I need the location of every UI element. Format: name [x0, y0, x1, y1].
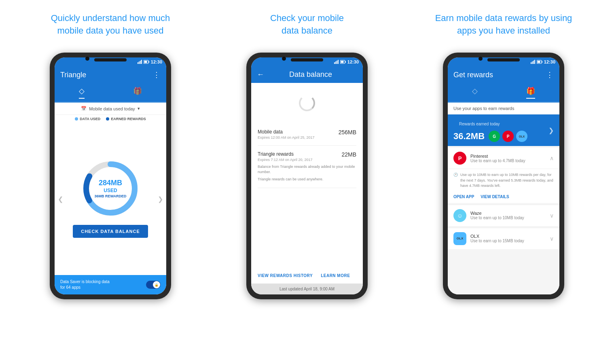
data-selector-1[interactable]: 📅 Mobile data used today ▾ [55, 103, 166, 115]
balance-item-row-triangle: Triangle rewards Expires 7:12 AM on Apri… [258, 151, 356, 162]
legend-data-used: DATA USED [75, 117, 100, 121]
waze-info: Waze Use to earn up to 10MB today [470, 211, 546, 220]
balance-note-1: Balance from Triangle rewards already ad… [258, 164, 356, 174]
phone-speaker-1 [94, 58, 127, 61]
status-icons-2 [334, 60, 346, 64]
legend-1: DATA USED EARNED REWARDS [55, 115, 166, 123]
pinterest-section: P Pinterest Use to earn up to 4.7MB toda… [448, 148, 559, 203]
svg-rect-10 [334, 62, 335, 64]
app-title-3: Get rewards [453, 71, 493, 79]
last-updated: Last updated April 18, 9:00 AM [251, 284, 363, 294]
rewards-pinterest-icon: P [502, 131, 514, 142]
rewards-olx-icon: OLX [516, 131, 527, 142]
olx-info: OLX Use to earn up to 15MB today [470, 234, 546, 243]
phone-screen-3: 12:30 Get rewards ⋮ ◇ 🎁 Use your apps to… [448, 57, 559, 294]
waze-expand-icon[interactable]: ∨ [550, 212, 554, 219]
svg-rect-23 [542, 61, 542, 63]
balance-label-triangle: Triangle rewards [258, 151, 313, 157]
view-rewards-history-link[interactable]: VIEW REWARDS HISTORY [258, 273, 313, 278]
phone3-content: Use your apps to earn rewards Rewards ea… [448, 103, 559, 294]
signal-icon-3 [531, 60, 536, 64]
menu-dots-3[interactable]: ⋮ [546, 70, 554, 79]
tab-diamond-3[interactable]: ◇ [472, 87, 478, 99]
svg-rect-12 [337, 61, 337, 64]
section-title-3: Earn mobile data rewards by using apps y… [435, 12, 572, 40]
loading-spinner [299, 95, 315, 111]
rewards-today-inner: Rewards earned today 36.2MB G P OLX ❯ [453, 119, 554, 142]
pinterest-detail-content: Use up to 10MB to earn up to 10MB reward… [460, 172, 554, 189]
donut-used-label: USED [94, 188, 126, 194]
donut-nav-left[interactable]: ❮ [58, 195, 63, 203]
calendar-icon-1: 📅 [81, 106, 87, 111]
rewards-grab-icon: G [489, 131, 500, 142]
phone-section-3: Earn mobile data rewards by using apps y… [411, 12, 597, 299]
phone-screen-2: 12:30 ← Data balance [251, 57, 363, 294]
olx-icon-text: OLX [457, 237, 463, 240]
menu-dots-1[interactable]: ⋮ [153, 70, 161, 79]
svg-rect-1 [139, 61, 140, 64]
pinterest-info: Pinterest Use to earn up to 4.7MB today [470, 154, 546, 163]
status-time-3: 12:30 [544, 59, 555, 64]
rewards-today-label: Rewards earned today [459, 122, 500, 126]
tab-gift-1[interactable]: 🎁 [133, 87, 142, 99]
tab-diamond-1[interactable]: ◇ [79, 87, 85, 99]
svg-rect-19 [533, 61, 534, 64]
battery-icon-2 [340, 60, 346, 64]
bottom-bar-1: Data Saver is blocking data for 64 apps … [55, 275, 166, 294]
back-button-2[interactable]: ← [257, 70, 264, 79]
svg-rect-6 [148, 61, 149, 63]
svg-rect-13 [338, 60, 339, 64]
app-title-1: Triangle [60, 71, 86, 79]
tab-bar-3: ◇ 🎁 [448, 83, 559, 103]
status-icons-1 [138, 60, 149, 64]
rewards-app-icons: G P OLX [489, 131, 527, 142]
phone-speaker-3 [487, 58, 520, 61]
svg-rect-3 [141, 60, 142, 64]
legend-dot-used [75, 117, 78, 121]
balance-amount-triangle: 22MB [341, 151, 356, 158]
balance-item-info-triangle: Triangle rewards Expires 7:12 AM on Apri… [258, 151, 313, 162]
pinterest-desc: Use to earn up to 4.7MB today [470, 159, 546, 163]
clock-icon: 🕐 [453, 172, 458, 189]
phone-camera-2 [282, 57, 286, 61]
open-app-link[interactable]: OPEN APP [453, 195, 474, 199]
waze-icon: ☺ [453, 209, 466, 222]
signal-icon-1 [138, 60, 142, 64]
pinterest-header: P Pinterest Use to earn up to 4.7MB toda… [448, 148, 559, 169]
phone-screen-1: 12:30 Triangle ⋮ ◇ 🎁 📅 Mobile data used … [55, 57, 166, 294]
olx-desc: Use to earn up to 15MB today [470, 239, 546, 243]
legend-label-rewards: EARNED REWARDS [111, 117, 146, 121]
legend-earned-rewards: EARNED REWARDS [106, 117, 146, 121]
donut-center-text: 284MB USED 36MB REWARDED [94, 178, 126, 199]
section-title-1: Quickly understand how much mobile data … [51, 12, 170, 40]
phone-section-1: Quickly understand how much mobile data … [17, 12, 203, 299]
dropdown-arrow-1: ▾ [138, 106, 140, 111]
pinterest-expand-icon[interactable]: ∧ [550, 155, 554, 161]
legend-dot-rewards [106, 117, 109, 121]
balance-actions: VIEW REWARDS HISTORY LEARN MORE [251, 268, 363, 284]
rewards-chevron-right[interactable]: ❯ [548, 127, 554, 134]
donut-nav-right[interactable]: ❯ [158, 195, 163, 203]
check-data-balance-button[interactable]: CHECK DATA BALANCE [73, 225, 148, 238]
rewards-today-card: Rewards earned today 36.2MB G P OLX ❯ [448, 114, 559, 146]
olx-icon: OLX [453, 232, 466, 245]
svg-rect-20 [534, 60, 535, 64]
olx-expand-icon[interactable]: ∨ [550, 235, 554, 242]
balance-item-info-mobile: Mobile data Expires 12:00 AM on April 25… [258, 129, 315, 140]
tab-gift-3[interactable]: 🎁 [526, 87, 535, 99]
olx-section: OLX OLX Use to earn up to 15MB today ∨ [448, 228, 559, 249]
pinterest-detail: 🕐 Use up to 10MB to earn up to 10MB rewa… [448, 169, 559, 192]
page-container: Quickly understand how much mobile data … [16, 12, 598, 299]
learn-more-link[interactable]: LEARN MORE [321, 273, 350, 278]
view-details-link[interactable]: VIEW DETAILS [481, 195, 509, 199]
waze-desc: Use to earn up to 10MB today [470, 216, 546, 220]
phone-2: 12:30 ← Data balance [246, 53, 368, 299]
balance-sublabel-mobile: Expires 12:00 AM on April 25, 2017 [258, 135, 315, 140]
status-icons-3 [531, 60, 542, 64]
status-time-1: 12:30 [151, 59, 162, 64]
data-saver-toggle[interactable]: 🔒 [146, 281, 161, 289]
app-header-3: Get rewards ⋮ [448, 66, 559, 83]
balance-list: Mobile data Expires 12:00 AM on April 25… [251, 123, 363, 268]
phone-1: 12:30 Triangle ⋮ ◇ 🎁 📅 Mobile data used … [50, 53, 171, 299]
app-title-2: Data balance [289, 70, 332, 79]
